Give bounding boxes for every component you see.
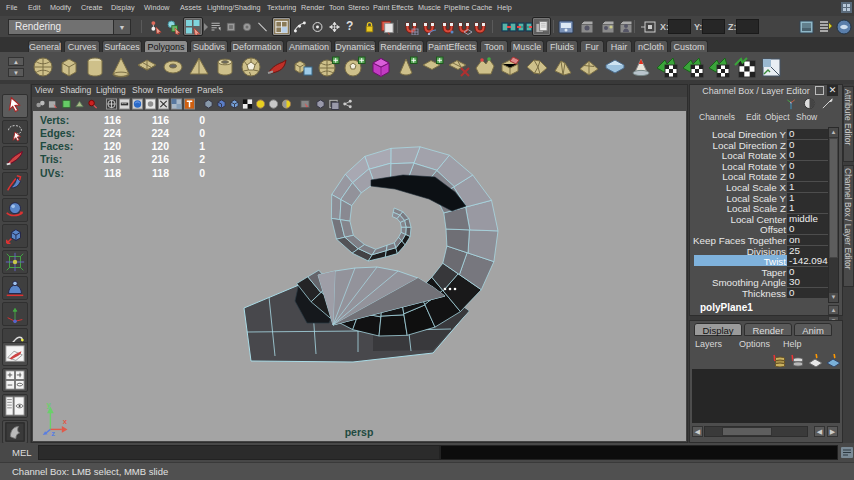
svg-text:y: y [47,400,52,409]
svg-text:z: z [51,429,55,437]
svg-text:x: x [63,417,68,426]
